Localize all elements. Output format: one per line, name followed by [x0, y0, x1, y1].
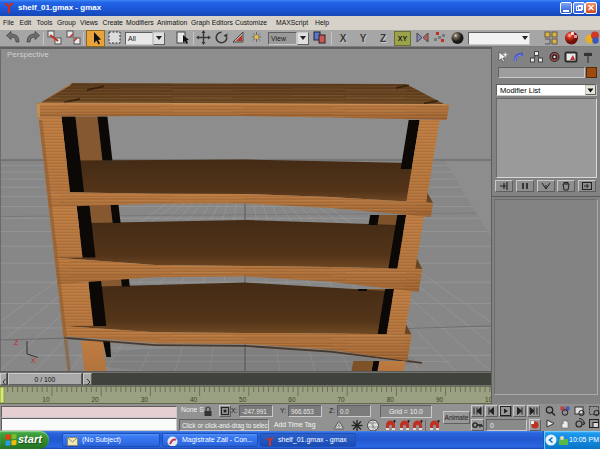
svg-text:X: X: [31, 357, 36, 364]
svg-text:30: 30: [141, 396, 149, 403]
svg-text:Z: Z: [14, 339, 19, 346]
svg-text:40: 40: [190, 396, 198, 403]
svg-text:10: 10: [42, 396, 50, 403]
svg-text:70: 70: [338, 396, 346, 403]
svg-text:90: 90: [436, 396, 444, 403]
svg-text:50: 50: [239, 396, 247, 403]
svg-text:60: 60: [288, 396, 296, 403]
svg-text:20: 20: [92, 396, 100, 403]
svg-text:100: 100: [485, 396, 491, 403]
svg-text:80: 80: [387, 396, 395, 403]
